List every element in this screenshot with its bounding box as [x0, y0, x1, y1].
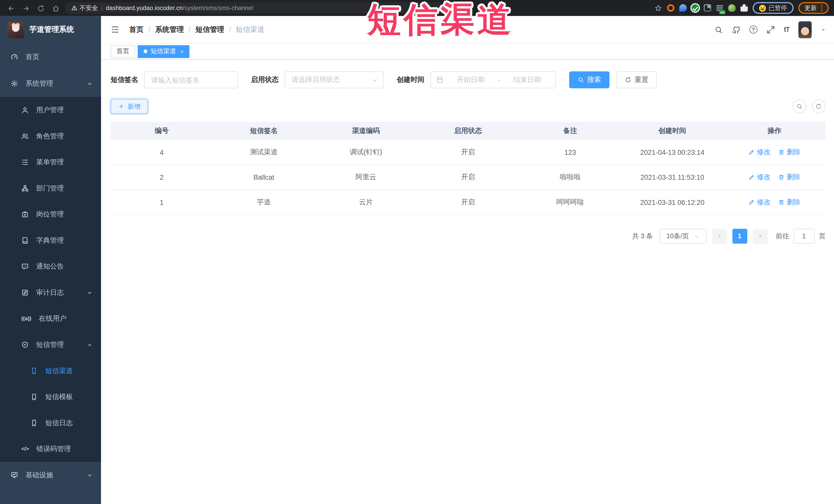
table-header-row: 编号 短信签名 渠道编码 启用状态 备注 创建时间 操作: [111, 122, 826, 140]
browser-nav: [5, 4, 60, 12]
chevron-up-icon: [87, 80, 93, 87]
search-icon[interactable]: [714, 25, 723, 34]
page-size-select[interactable]: 10条/页: [659, 229, 706, 244]
add-button[interactable]: 新增: [111, 99, 148, 114]
github-icon[interactable]: [732, 25, 740, 34]
status-label: 启用状态: [251, 75, 279, 85]
address-bar[interactable]: 不安全 dashboard.yudao.iocoder.cn/system/sm…: [65, 2, 469, 14]
tab-sms-channel[interactable]: 短信渠道 ×: [138, 45, 190, 58]
page-unit-label: 页: [819, 232, 826, 241]
tab-home[interactable]: 首页: [111, 45, 135, 58]
hamburger-icon[interactable]: [105, 25, 125, 34]
extension-adblock-on-icon[interactable]: on: [716, 4, 723, 12]
sidebar-item-departments[interactable]: 部门管理: [0, 175, 101, 201]
edit-link[interactable]: 修改: [748, 197, 771, 207]
sidebar-item-online-users[interactable]: ((a)) 在线用户: [0, 305, 101, 331]
sidebar-item-error-codes[interactable]: </> 错误码管理: [0, 436, 101, 462]
screen: 不安全 dashboard.yudao.iocoder.cn/system/sm…: [0, 0, 834, 504]
end-date-placeholder[interactable]: 结束日期: [504, 75, 550, 85]
sidebar-item-menus[interactable]: 菜单管理: [0, 149, 101, 175]
dashboard-icon: [10, 53, 18, 61]
sidebar-item-posts[interactable]: 岗位管理: [0, 201, 101, 227]
goto-page-input[interactable]: [793, 229, 815, 244]
sidebar-item-sms[interactable]: 短信管理: [0, 331, 101, 358]
breadcrumb-system[interactable]: 系统管理: [155, 25, 184, 34]
sign-input[interactable]: [145, 72, 238, 88]
kebab-menu-icon[interactable]: [821, 5, 822, 11]
app-title: 芋道管理系统: [29, 25, 74, 35]
start-date-placeholder[interactable]: 开始日期: [448, 75, 493, 85]
home-icon[interactable]: [52, 4, 60, 12]
sidebar-item-dicts[interactable]: 字典管理: [0, 227, 101, 254]
delete-icon: [778, 149, 785, 155]
extension-grid-icon[interactable]: [704, 4, 711, 12]
sidebar-item-roles[interactable]: 角色管理: [0, 123, 101, 149]
sidebar-item-sms-template[interactable]: 短信模板: [0, 384, 101, 410]
update-button[interactable]: 更新: [798, 2, 829, 14]
edit-link[interactable]: 修改: [748, 147, 771, 157]
system-submenu: 用户管理 角色管理 菜单管理 部门管理: [0, 97, 101, 462]
search-icon: [796, 103, 803, 110]
search-form: 短信签名 启用状态 请选择启用状态 创建时间: [111, 71, 826, 88]
extension-leaf-icon[interactable]: [728, 4, 736, 12]
sign-input-box: [144, 71, 238, 88]
chevron-up-icon: [87, 341, 93, 348]
extensions-puzzle-icon[interactable]: [740, 4, 748, 12]
sidebar-item-users[interactable]: 用户管理: [0, 97, 101, 123]
main-area: 首页 / 系统管理 / 短信管理 / 短信渠道 ? tT: [101, 16, 834, 504]
browser-extensions-area: on 已暂停 更新: [654, 2, 829, 14]
sidebar-item-sms-channel[interactable]: 短信渠道: [0, 357, 101, 384]
caret-down-icon[interactable]: [821, 25, 826, 34]
divider: [102, 5, 102, 11]
online-users-icon: ((a)): [21, 315, 31, 322]
bookmark-star-icon[interactable]: [654, 3, 662, 13]
app-logo[interactable]: 芋道管理系统: [0, 16, 101, 44]
back-icon[interactable]: [7, 4, 15, 12]
delete-link[interactable]: 删除: [778, 197, 800, 207]
edit-link[interactable]: 修改: [748, 172, 771, 182]
extension-check-icon[interactable]: [692, 4, 699, 12]
search-button[interactable]: 搜索: [569, 71, 609, 88]
phone-icon: [30, 393, 38, 400]
close-icon[interactable]: ×: [180, 48, 183, 55]
extension-pin-icon[interactable]: [679, 4, 687, 12]
sidebar-item-infrastructure[interactable]: 基础设施: [0, 462, 101, 488]
avatar[interactable]: [798, 21, 812, 38]
paused-badge[interactable]: 已暂停: [753, 2, 793, 14]
forward-icon[interactable]: [22, 4, 30, 12]
sidebar-item-sms-log[interactable]: 短信日志: [0, 410, 101, 436]
code-icon: </>: [21, 446, 29, 452]
breadcrumb-home[interactable]: 首页: [129, 25, 144, 34]
dictionary-icon: [21, 237, 29, 244]
sidebar-item-home[interactable]: 首页: [0, 44, 101, 70]
sidebar-item-notices[interactable]: 通知公告: [0, 253, 101, 279]
sidebar-item-system[interactable]: 系统管理: [0, 70, 101, 97]
date-range-picker[interactable]: 开始日期 - 结束日期: [430, 71, 556, 88]
refresh-table-button[interactable]: [812, 100, 826, 113]
status-select[interactable]: 请选择启用状态: [285, 71, 383, 88]
breadcrumb-sms[interactable]: 短信管理: [196, 25, 224, 34]
chevron-left-icon: [717, 234, 722, 239]
edit-icon: [748, 199, 755, 205]
breadcrumb: 首页 / 系统管理 / 短信管理 / 短信渠道: [129, 25, 265, 34]
prev-page-button[interactable]: [712, 229, 727, 244]
delete-link[interactable]: 删除: [778, 147, 800, 157]
extension-ring-icon[interactable]: [667, 4, 674, 12]
chevron-right-icon: [757, 234, 763, 239]
sign-label: 短信签名: [111, 75, 138, 85]
reload-icon[interactable]: [37, 4, 45, 12]
delete-link[interactable]: 删除: [778, 172, 800, 182]
toggle-search-button[interactable]: [792, 100, 806, 113]
page-number-1[interactable]: 1: [732, 229, 747, 244]
security-warning[interactable]: 不安全: [71, 4, 98, 12]
sidebar-item-audit-logs[interactable]: 审计日志: [0, 279, 101, 306]
fullscreen-icon[interactable]: [766, 25, 775, 34]
warning-icon: [71, 5, 78, 11]
help-icon[interactable]: ?: [749, 25, 757, 34]
top-navbar: 首页 / 系统管理 / 短信管理 / 短信渠道 ? tT: [101, 16, 834, 44]
next-page-button[interactable]: [752, 229, 767, 244]
font-size-icon[interactable]: tT: [784, 25, 789, 34]
reset-button[interactable]: 重置: [617, 71, 657, 88]
active-dot-icon: [144, 49, 147, 53]
users-icon: [21, 132, 29, 140]
